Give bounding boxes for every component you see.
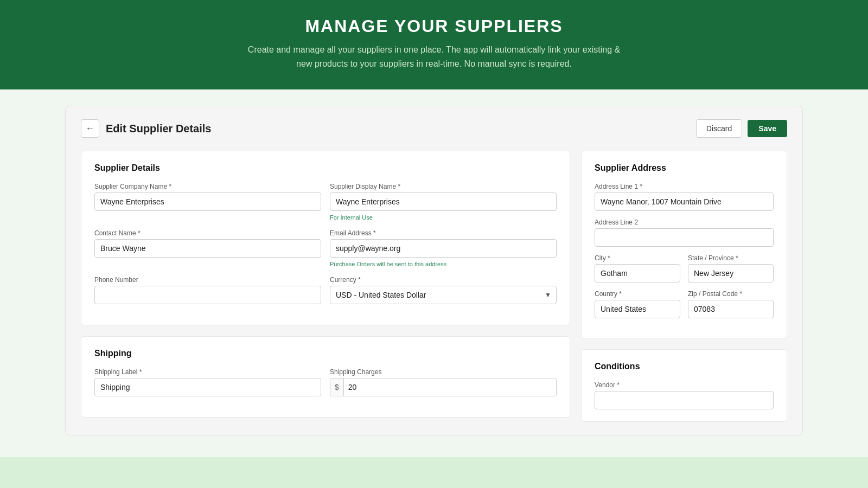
country-group: Country * [595, 290, 680, 318]
shipping-charges-input[interactable] [344, 378, 556, 396]
address2-input[interactable] [595, 228, 774, 247]
currency-label: Currency * [330, 276, 557, 284]
city-group: City * [595, 254, 680, 282]
vendor-input[interactable] [595, 391, 774, 409]
zip-group: Zip / Postal Code * [688, 290, 774, 318]
display-name-input[interactable] [330, 192, 557, 211]
city-input[interactable] [595, 264, 680, 282]
supplier-details-card: Supplier Details Supplier Company Name *… [81, 151, 570, 325]
supplier-address-title: Supplier Address [595, 163, 774, 173]
discard-button[interactable]: Discard [696, 119, 742, 138]
shipping-label-label: Shipping Label * [94, 368, 321, 376]
country-input[interactable] [595, 300, 680, 318]
email-input[interactable] [330, 239, 557, 258]
shipping-card: Shipping Shipping Label * Shipping Charg… [81, 336, 570, 418]
header-title: MANAGE YOUR SUPPLIERS [11, 16, 857, 36]
currency-select-wrapper: USD - United States Dollar ▼ [330, 286, 557, 304]
email-hint: Purchase Orders will be sent to this add… [330, 261, 557, 267]
contact-name-label: Contact Name * [94, 229, 321, 237]
display-name-hint: For Internal Use [330, 214, 557, 221]
zip-input[interactable] [688, 300, 774, 318]
shipping-charges-wrapper: $ [330, 378, 557, 396]
address1-label: Address Line 1 * [595, 183, 774, 190]
header: MANAGE YOUR SUPPLIERS Create and manage … [0, 0, 868, 89]
conditions-title: Conditions [595, 362, 774, 371]
shipping-charges-prefix: $ [330, 378, 344, 396]
right-column: Supplier Address Address Line 1 * Addres… [581, 151, 787, 422]
address2-group: Address Line 2 [595, 219, 774, 247]
save-button[interactable]: Save [748, 120, 787, 137]
city-label: City * [595, 254, 680, 262]
supplier-details-title: Supplier Details [94, 163, 557, 173]
company-name-label: Supplier Company Name * [94, 183, 321, 190]
phone-label: Phone Number [94, 276, 321, 284]
phone-input[interactable] [94, 286, 321, 304]
two-col-layout: Supplier Details Supplier Company Name *… [81, 151, 787, 422]
header-subtitle: Create and manage all your suppliers in … [244, 43, 624, 70]
shipping-charges-group: Shipping Charges $ [330, 368, 557, 396]
company-name-input[interactable] [94, 192, 321, 211]
company-name-group: Supplier Company Name * [94, 183, 321, 221]
state-input[interactable] [688, 264, 774, 282]
state-group: State / Province * [688, 254, 774, 282]
shipping-label-input[interactable] [94, 378, 321, 396]
currency-select[interactable]: USD - United States Dollar [330, 286, 557, 304]
vendor-label: Vendor * [595, 381, 774, 389]
edit-header-left: ← Edit Supplier Details [81, 119, 211, 138]
currency-group: Currency * USD - United States Dollar ▼ [330, 276, 557, 304]
contact-email-row: Contact Name * Email Address * Purchase … [94, 229, 557, 267]
email-label: Email Address * [330, 229, 557, 237]
address1-input[interactable] [595, 192, 774, 211]
email-group: Email Address * Purchase Orders will be … [330, 229, 557, 267]
contact-name-group: Contact Name * [94, 229, 321, 267]
country-label: Country * [595, 290, 680, 298]
city-state-row: City * State / Province * [595, 254, 774, 282]
phone-currency-row: Phone Number Currency * USD - United Sta… [94, 276, 557, 304]
contact-name-input[interactable] [94, 239, 321, 258]
left-column: Supplier Details Supplier Company Name *… [81, 151, 570, 422]
display-name-group: Supplier Display Name * For Internal Use [330, 183, 557, 221]
country-zip-row: Country * Zip / Postal Code * [595, 290, 774, 318]
shipping-row: Shipping Label * Shipping Charges $ [94, 368, 557, 396]
edit-header: ← Edit Supplier Details Discard Save [81, 119, 787, 138]
main-container: ← Edit Supplier Details Discard Save Sup… [0, 89, 868, 457]
display-name-label: Supplier Display Name * [330, 183, 557, 190]
zip-label: Zip / Postal Code * [688, 290, 774, 298]
back-button[interactable]: ← [81, 119, 99, 138]
header-actions: Discard Save [696, 119, 787, 138]
company-display-row: Supplier Company Name * Supplier Display… [94, 183, 557, 221]
phone-group: Phone Number [94, 276, 321, 304]
address1-group: Address Line 1 * [595, 183, 774, 211]
conditions-card: Conditions Vendor * [581, 349, 787, 422]
edit-page: ← Edit Supplier Details Discard Save Sup… [65, 106, 803, 435]
shipping-charges-label: Shipping Charges [330, 368, 557, 376]
address2-label: Address Line 2 [595, 219, 774, 226]
state-label: State / Province * [688, 254, 774, 262]
vendor-group: Vendor * [595, 381, 774, 409]
supplier-address-card: Supplier Address Address Line 1 * Addres… [581, 151, 787, 338]
page-title: Edit Supplier Details [106, 123, 211, 135]
shipping-title: Shipping [94, 349, 557, 358]
shipping-label-group: Shipping Label * [94, 368, 321, 396]
